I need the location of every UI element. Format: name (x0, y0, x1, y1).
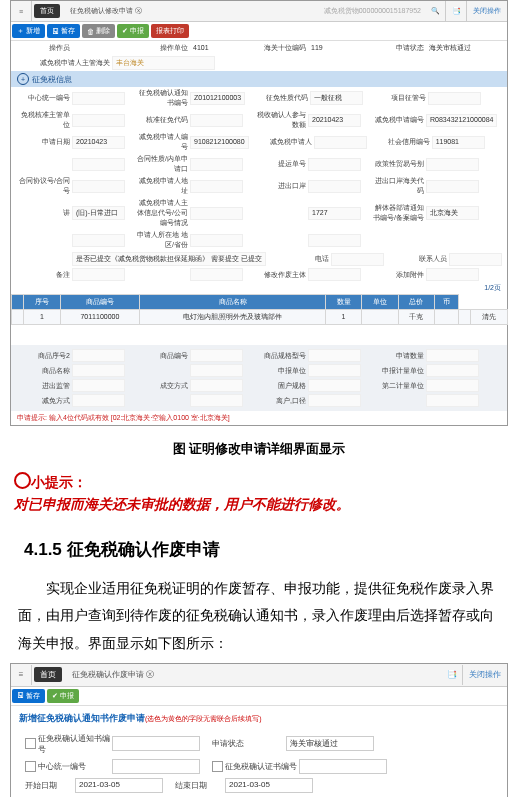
input[interactable] (426, 268, 479, 281)
date-input-end[interactable]: 2021-03-05 (225, 778, 313, 793)
input[interactable]: 20210423 (72, 136, 125, 149)
input[interactable] (190, 394, 243, 407)
home-tab[interactable]: 首页 (34, 4, 60, 18)
save-button[interactable]: 🖫暂存 (47, 24, 80, 38)
input[interactable]: (旧)-日常进口 (72, 206, 125, 220)
add-button[interactable]: ＋新增 (12, 24, 45, 38)
table-cell[interactable] (12, 310, 24, 325)
page-tab[interactable]: 征免税确认修改申请 ⓧ (62, 3, 150, 19)
save-button[interactable]: 🖫暂存 (12, 689, 45, 703)
form-field: 第二计量单位 (369, 379, 479, 392)
menu-icon[interactable]: ≡ (11, 665, 32, 685)
input[interactable] (190, 207, 243, 220)
checkbox[interactable] (25, 761, 36, 772)
input[interactable] (426, 180, 479, 193)
input[interactable] (190, 364, 243, 377)
filter-input[interactable]: 海关审核通过 (286, 736, 374, 751)
menu-icon[interactable]: ≡ (11, 1, 32, 21)
input[interactable] (308, 364, 361, 377)
close-ops-link[interactable]: 关闭操作 (469, 669, 501, 680)
label: 讲 (15, 208, 72, 218)
form-field: 政策性贸易号别 (369, 154, 479, 174)
form-field: 商品规格型号 (251, 349, 361, 362)
table-cell (362, 310, 398, 325)
input[interactable]: 119081 (432, 136, 485, 149)
report-button[interactable]: ✔申报 (47, 689, 79, 703)
table-header: 商品编号 (60, 295, 140, 310)
input[interactable] (72, 394, 125, 407)
input[interactable]: 一般征税 (310, 91, 363, 105)
input[interactable] (426, 158, 479, 171)
print-icon[interactable]: 📑 (446, 1, 467, 21)
app-modify-apply: ≡ 首页 征免税确认修改申请 ⓧ 减免税货物0000000015187952 🔍… (10, 0, 508, 426)
input[interactable] (72, 349, 125, 362)
date-input-start[interactable]: 2021-03-05 (75, 778, 163, 793)
input[interactable] (72, 158, 125, 171)
close-ops-link[interactable]: 关闭操作 (473, 6, 501, 16)
input[interactable] (190, 379, 243, 392)
input[interactable] (72, 114, 125, 127)
input[interactable] (308, 268, 361, 281)
checkbox[interactable] (212, 761, 223, 772)
filter-input[interactable] (299, 759, 387, 774)
close-icon[interactable]: ⓧ (146, 670, 154, 679)
home-tab[interactable]: 首页 (34, 667, 62, 682)
input[interactable]: 是否已提交《减免税货物税款担保延期函》 需要提交 已提交 (72, 252, 266, 266)
filter-input[interactable] (112, 759, 200, 774)
form-field: 项目征管号 (371, 88, 481, 108)
input[interactable] (426, 379, 479, 392)
input[interactable] (308, 349, 361, 362)
print-button[interactable]: 报表打印 (151, 24, 189, 38)
input[interactable] (428, 92, 481, 105)
filter-input[interactable] (112, 736, 200, 751)
input[interactable] (426, 364, 479, 377)
input[interactable] (308, 234, 361, 247)
page-tab[interactable]: 征免税确认作废申请 ⓧ (64, 666, 162, 683)
input[interactable] (308, 379, 361, 392)
label: 操作单位 (133, 43, 190, 53)
input[interactable] (72, 268, 125, 281)
report-button[interactable]: ✔申报 (117, 24, 149, 38)
section-tax-info[interactable]: + 征免税信息 (11, 71, 507, 87)
input[interactable] (190, 158, 243, 171)
input[interactable]: 1727 (308, 207, 361, 220)
form-field: 申报计量单位 (369, 364, 479, 377)
customs-value[interactable]: 丰台海关 (112, 56, 215, 70)
form-field: 免税核准主管单位 (15, 110, 125, 130)
search-icon[interactable]: 🔍 (425, 1, 446, 21)
checkbox[interactable] (25, 738, 36, 749)
input[interactable] (426, 349, 479, 362)
search-field[interactable]: 减免税货物0000000015187952 (324, 6, 425, 16)
input[interactable]: R083432121000084 (426, 114, 497, 127)
filter-label: 开始日期 (25, 780, 75, 791)
input[interactable] (72, 234, 125, 247)
input[interactable]: Z01012100003 (190, 92, 245, 105)
form-field: 合同协议号/合同号 (15, 176, 125, 196)
input[interactable]: 9108212100080 (190, 136, 249, 149)
input[interactable] (190, 180, 243, 193)
item-detail-form: 商品序号2商品编号商品规格型号申请数量商品名称 申报单位申报计量单位进出监管成交… (11, 345, 507, 411)
input[interactable] (72, 379, 125, 392)
input[interactable] (72, 92, 125, 105)
input[interactable]: 北京海关 (426, 206, 479, 220)
input[interactable] (72, 180, 125, 193)
input[interactable] (190, 234, 243, 247)
expand-icon[interactable]: + (17, 73, 29, 85)
input[interactable] (308, 180, 361, 193)
input[interactable] (426, 394, 479, 407)
input[interactable] (72, 364, 125, 377)
filter-label: 申请状态 (212, 738, 286, 749)
form-field (15, 230, 125, 250)
input[interactable]: 20210423 (308, 114, 361, 127)
delete-button[interactable]: 🗑删除 (82, 24, 115, 38)
input[interactable] (308, 158, 361, 171)
print-icon[interactable]: 📑 (442, 665, 463, 685)
input[interactable] (331, 253, 384, 266)
input[interactable] (314, 136, 367, 149)
close-icon[interactable]: ⓧ (135, 7, 142, 14)
input[interactable] (308, 394, 361, 407)
input[interactable] (449, 253, 502, 266)
input[interactable] (190, 349, 243, 362)
input[interactable] (190, 268, 243, 281)
input[interactable] (190, 114, 243, 127)
